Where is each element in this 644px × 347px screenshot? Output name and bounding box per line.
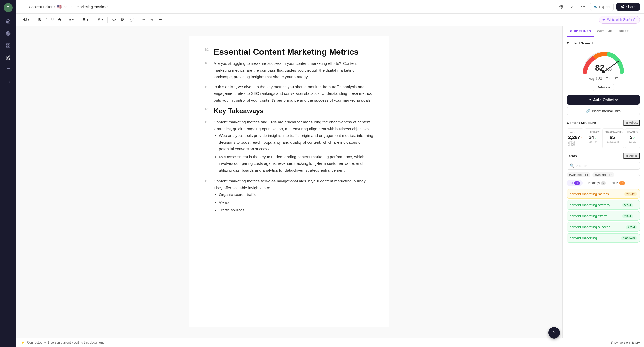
auto-optimize-button[interactable]: ✦ Auto-Optimize	[567, 95, 640, 105]
details-button[interactable]: Details ▾	[593, 84, 614, 91]
tab-outline[interactable]: OUTLINE	[594, 26, 615, 37]
link-group: ⛓ ▾	[95, 16, 105, 24]
svg-line-20	[622, 6, 623, 6]
term-item-4[interactable]: content marketing success 2/2–4	[567, 222, 640, 232]
tab-guidelines[interactable]: GUIDELINES	[567, 26, 594, 37]
doc-h2[interactable]: Key Takeaways	[214, 107, 374, 116]
sidebar-item-grid[interactable]	[3, 41, 13, 51]
term-item-1[interactable]: content marketing metrics 7/8–15	[567, 189, 640, 199]
paragraphs-value-row: 65 ↑	[610, 135, 617, 140]
link-button[interactable]: ⛓ ▾	[95, 16, 105, 24]
formatting-toolbar: H3 ▾ B I U S ≡ ▾ ☰ ▾ ⛓	[16, 14, 644, 26]
tab-brief[interactable]: BRIEF	[615, 26, 632, 37]
list-button[interactable]: ☰ ▾	[80, 16, 90, 24]
editor-container[interactable]: h1 Essential Content Marketing Metrics p…	[16, 26, 562, 338]
search-icon: 🔍	[570, 163, 574, 168]
editing-text: 1 person currently editing this document	[48, 341, 104, 344]
info-icon[interactable]: ℹ	[107, 5, 109, 9]
bullet-list-1: Web analytics tools provide insights int…	[214, 132, 374, 174]
terms-tab-all[interactable]: All 80	[567, 180, 583, 186]
show-history-button[interactable]: Show version history	[611, 341, 640, 344]
svg-point-17	[621, 6, 622, 7]
align-button[interactable]: ≡ ▾	[67, 16, 76, 24]
align-group: ≡ ▾	[67, 16, 76, 24]
content-editor-link[interactable]: Content Editor	[29, 5, 53, 9]
sidebar-item-home[interactable]	[3, 16, 13, 26]
para-2-text[interactable]: In this article, we dive into the key me…	[214, 83, 374, 104]
back-button[interactable]: ←	[21, 3, 27, 10]
bullet-2-1: Organic search traffic	[219, 191, 374, 198]
left-sidebar: T	[0, 0, 16, 347]
more-toolbar-button[interactable]: •••	[157, 16, 164, 24]
term-item-2[interactable]: content marketing strategy 5/2–4 ↓	[567, 200, 640, 210]
breadcrumb-separator: /	[54, 5, 55, 9]
term-badge-value-4: 2/2–4	[626, 225, 637, 229]
auto-optimize-label: Auto-Optimize	[593, 98, 618, 102]
tags-expand-icon[interactable]: ›	[638, 173, 640, 177]
url-button[interactable]	[128, 16, 136, 24]
para-2-content[interactable]: In this article, we dive into the key me…	[214, 83, 374, 104]
check-button[interactable]	[568, 3, 576, 11]
words-value: 2,267	[568, 135, 580, 140]
fab-help-button[interactable]: ?	[548, 327, 560, 339]
term-item-5[interactable]: content marketing 49/36–59	[567, 233, 640, 243]
sidebar-item-analytics[interactable]	[3, 77, 13, 87]
write-ai-button[interactable]: ✦ Write with Surfer AI	[599, 16, 640, 24]
paragraphs-label: PARAGRAPHS	[604, 131, 623, 134]
bold-button[interactable]: B	[36, 16, 43, 24]
svg-point-18	[623, 7, 624, 8]
doc-title[interactable]: Essential Content Marketing Metrics	[214, 47, 374, 57]
redo-button[interactable]: ↪	[148, 16, 155, 24]
content-para-text[interactable]: Content marketing metrics serve as navig…	[214, 178, 374, 191]
user-avatar[interactable]: T	[4, 3, 13, 12]
key-para-text[interactable]: Content marketing metrics and KPIs are c…	[214, 119, 374, 132]
content-para-content[interactable]: Content marketing metrics serve as navig…	[214, 178, 374, 215]
structure-adjust-button[interactable]: ⊞ Adjust	[623, 120, 640, 126]
strikethrough-button[interactable]: S	[56, 16, 63, 24]
tag-content[interactable]: #Content - 14	[567, 172, 590, 177]
key-para-content[interactable]: Content marketing metrics and KPIs are c…	[214, 119, 374, 175]
terms-adjust-label: Adjust	[629, 154, 638, 158]
score-info-icon[interactable]: ℹ	[592, 42, 593, 45]
paragraphs-arrow-icon: ↑	[615, 136, 617, 140]
insert-links-button[interactable]: 🔗 Insert internal links	[567, 107, 640, 115]
terms-search-input[interactable]	[576, 164, 637, 168]
terms-adjust-button[interactable]: ⊞ Adjust	[623, 153, 640, 159]
undo-button[interactable]: ↩	[140, 16, 147, 24]
list-icon: ☰	[83, 18, 86, 22]
redo-icon: ↪	[150, 18, 153, 22]
term-badge-2: 5/2–4 ↓	[622, 202, 637, 207]
tag-market[interactable]: #Market - 12	[592, 172, 614, 177]
code-button[interactable]: <>	[110, 16, 118, 24]
italic-button[interactable]: I	[43, 16, 49, 24]
title-content[interactable]: Essential Content Marketing Metrics	[214, 47, 374, 57]
h2-content[interactable]: Key Takeaways	[214, 107, 374, 116]
term-item-3[interactable]: content marketing efforts 7/3–4 ↓	[567, 211, 640, 221]
term-badge-value-3: 7/3–4	[622, 214, 633, 218]
term-badge-value-2: 5/2–4	[622, 203, 633, 207]
sidebar-item-list[interactable]	[3, 65, 13, 75]
term-badge-3: 7/3–4 ↓	[622, 214, 637, 218]
more-options-button[interactable]: •••	[579, 3, 587, 11]
export-button[interactable]: W Export	[590, 3, 614, 11]
share-button[interactable]: Share	[616, 3, 640, 11]
heading-selector[interactable]: H3 ▾	[21, 16, 32, 24]
auto-optimize-icon: ✦	[588, 98, 592, 102]
terms-header: Terms ⊞ Adjust	[567, 153, 640, 159]
sidebar-item-globe[interactable]	[3, 28, 13, 38]
status-bar: ⚡ Connected • 1 person currently editing…	[16, 338, 644, 347]
adjust-icon: ⊞	[625, 121, 628, 125]
term-name-4: content marketing success	[570, 225, 610, 229]
terms-tab-headings[interactable]: Headings 5	[584, 180, 608, 186]
para-1-text[interactable]: Are you struggling to measure success in…	[214, 60, 374, 80]
sidebar-item-editor[interactable]	[3, 53, 13, 63]
gauge-number: 82/100	[595, 63, 612, 73]
para-1-content[interactable]: Are you struggling to measure success in…	[214, 60, 374, 80]
underline-button[interactable]: U	[49, 16, 56, 24]
terms-tab-nlp[interactable]: NLP 65	[609, 180, 628, 186]
settings-button[interactable]	[557, 3, 565, 11]
svg-line-19	[622, 7, 623, 7]
nlp-count: 65	[619, 181, 625, 185]
image-button[interactable]	[119, 16, 127, 24]
toolbar-sep-3	[78, 17, 78, 23]
